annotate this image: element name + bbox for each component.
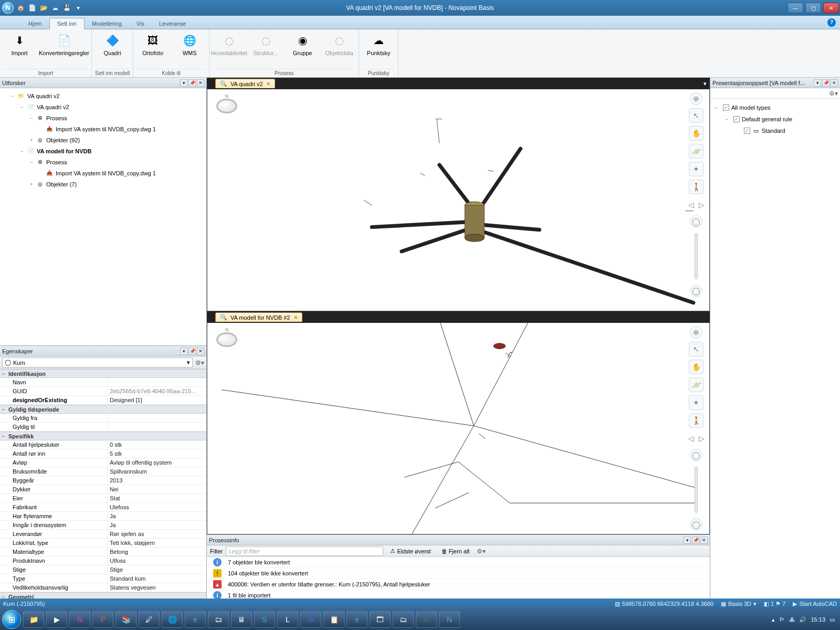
wms-button[interactable]: 🌐WMS	[173, 30, 206, 57]
walk-icon[interactable]: 🚶	[689, 180, 704, 194]
properties-pin-icon[interactable]: 📌	[188, 348, 196, 355]
taskbar-word-icon[interactable]: W	[300, 611, 321, 628]
taskbar-app-icon[interactable]: 📚	[116, 611, 136, 628]
checkbox[interactable]: ✓	[744, 128, 750, 134]
property-section-header[interactable]: −Gyldig tidsperiode	[0, 405, 206, 414]
right-arrow-icon[interactable]: ▷	[697, 197, 706, 212]
property-row[interactable]: DykkerNei	[0, 485, 206, 494]
presentation-close-icon[interactable]: ✕	[831, 79, 838, 87]
tray-lang-icon[interactable]: ▭	[830, 616, 835, 623]
tree-twisty-icon[interactable]: −	[715, 105, 721, 110]
zoom-extents-icon[interactable]: ⊗	[690, 326, 702, 339]
process-row[interactable]: !104 objekter ble ikke konvertert	[207, 568, 710, 579]
left-arrow-icon[interactable]: ◁	[686, 431, 696, 446]
tree-node[interactable]: −⚙Prosess	[1, 112, 205, 123]
tree-node[interactable]: 📥Import VA system til NVDB_copy.dwg 1	[1, 167, 205, 178]
property-row[interactable]: Har flyterammeJa	[0, 512, 206, 521]
minimize-button[interactable]: —	[788, 3, 803, 13]
taskbar-ie2-icon[interactable]: e	[346, 611, 368, 628]
qat-open-icon[interactable]: 📂	[39, 3, 48, 13]
property-row[interactable]: Lokk/rist, typeTett lokk, støpjern	[0, 539, 206, 548]
qat-save-icon[interactable]: 💾	[62, 3, 71, 13]
tray-expand-icon[interactable]: ▴	[772, 616, 775, 623]
maximize-button[interactable]: ▢	[805, 3, 821, 13]
property-value[interactable]: Ulefoss	[108, 503, 206, 511]
explorer-pin-icon[interactable]: 📌	[188, 79, 196, 87]
taskbar-app-icon[interactable]: 🗂	[208, 611, 229, 628]
property-value[interactable]: Ja	[108, 521, 206, 529]
property-value[interactable]: Ulfoss	[108, 556, 206, 565]
property-row[interactable]: VedlikeholdsansvarligStatens vegvesen	[0, 583, 206, 592]
checkbox[interactable]: ✓	[733, 116, 740, 122]
process-row[interactable]: i7 objekter ble konvertert	[207, 557, 710, 568]
orthophoto-button[interactable]: 🖼Ortofoto	[136, 30, 169, 57]
compass-3d[interactable]: N	[215, 93, 239, 120]
filter-input[interactable]: Legg til filter	[226, 547, 383, 556]
tray-volume-icon[interactable]: 🔊	[799, 616, 806, 623]
tree-twisty-icon[interactable]: −	[28, 116, 35, 121]
properties-settings-icon[interactable]: ⚙▾	[195, 358, 204, 368]
property-row[interactable]: MaterialtypeBetong	[0, 548, 206, 556]
viewport-tab-close-icon[interactable]: ✕	[293, 314, 298, 320]
cursor-icon[interactable]: ↖	[689, 342, 704, 356]
import-button[interactable]: ⬇Import	[3, 30, 36, 57]
close-button[interactable]: ✕	[823, 3, 839, 13]
presentation-settings-icon[interactable]: ⚙▾	[828, 89, 838, 98]
property-value[interactable]: Betong	[108, 548, 206, 556]
tree-twisty-icon[interactable]: −	[9, 93, 16, 99]
property-row[interactable]: FabrikantUlefoss	[0, 503, 206, 512]
orbit-icon[interactable]: 🪐	[689, 144, 704, 159]
tree-node[interactable]: 📥Import VA system til NVDB_copy.dwg 1	[1, 123, 205, 134]
orbit-icon[interactable]: 🪐	[689, 377, 704, 392]
taskbar-skype-icon[interactable]: S	[254, 611, 275, 628]
qat-home-icon[interactable]: 🏠	[16, 3, 25, 13]
taskbar-onenote-icon[interactable]: N	[69, 611, 90, 628]
tab-hjem[interactable]: Hjem	[21, 18, 49, 29]
presentation-tree[interactable]: −✓All model types−✓Default general rule✓…	[710, 99, 840, 140]
property-value[interactable]: 2eb2565d-b7e8-4040-95aa-215...	[108, 387, 206, 395]
property-row[interactable]: GUID2eb2565d-b7e8-4040-95aa-215...	[0, 387, 206, 396]
tray-clock[interactable]: 15:13	[811, 616, 825, 623]
property-value[interactable]: Stige	[108, 565, 206, 574]
property-value[interactable]: 0 stk	[108, 440, 206, 449]
start-autocad-button[interactable]: ▶Start AutoCAD	[793, 601, 837, 607]
start-button[interactable]: ⊞	[2, 610, 21, 629]
taskbar-excel-icon[interactable]: X	[416, 611, 437, 628]
slider-bottom-icon[interactable]: ◯	[690, 285, 702, 297]
property-value[interactable]: Avløp til offentlig system	[108, 458, 206, 467]
property-row[interactable]: Inngår i drenssystemJa	[0, 521, 206, 530]
property-value[interactable]: 5 stk	[108, 449, 206, 458]
cursor-icon[interactable]: ↖	[689, 108, 704, 123]
compass-2d[interactable]: N	[215, 327, 239, 353]
group-button[interactable]: ◉Gruppe	[286, 30, 319, 57]
property-value[interactable]: Ja	[108, 512, 206, 520]
property-row[interactable]: Gyldig til	[0, 423, 206, 432]
explorer-dropdown-icon[interactable]: ▾	[180, 79, 187, 87]
properties-close-icon[interactable]: ✕	[197, 348, 204, 355]
property-section-header[interactable]: −Identifikasjon	[0, 369, 206, 378]
tree-twisty-icon[interactable]: +	[28, 138, 35, 143]
clear-all-button[interactable]: 🗑Fjern alt	[438, 547, 474, 556]
taskbar-app-icon[interactable]: 🖊	[139, 611, 160, 628]
tab-vis[interactable]: Vis	[129, 18, 152, 29]
taskbar-app-icon[interactable]: 🖥	[231, 611, 252, 628]
property-value[interactable]: Rør sjefen as	[108, 530, 206, 538]
property-value[interactable]: Nei	[108, 485, 206, 494]
property-section-header[interactable]: −Geometri	[0, 592, 206, 598]
presentation-pin-icon[interactable]: 📌	[822, 79, 830, 87]
tab-leveranse[interactable]: Leveranse	[152, 18, 193, 29]
viewport-3d[interactable]: N	[207, 89, 710, 311]
left-arrow-icon[interactable]: ◁	[686, 197, 696, 212]
conversion-rules-button[interactable]: 📄Konverteringsregler	[40, 30, 88, 57]
processinfo-dropdown-icon[interactable]: ▾	[684, 537, 691, 544]
slider-bottom-icon[interactable]: ◯	[690, 518, 702, 531]
property-value[interactable]: Statens vegvesen	[108, 583, 206, 592]
property-value[interactable]: Designed [1]	[108, 396, 206, 404]
qat-dropdown-icon[interactable]: ▾	[74, 3, 83, 13]
property-value[interactable]: 2013	[108, 476, 206, 485]
tree-twisty-icon[interactable]: −	[725, 117, 731, 122]
property-value[interactable]	[108, 414, 206, 422]
right-arrow-icon[interactable]: ▷	[697, 431, 706, 446]
property-row[interactable]: TypeStandard kum	[0, 574, 206, 583]
zoom-slider[interactable]	[695, 467, 698, 513]
